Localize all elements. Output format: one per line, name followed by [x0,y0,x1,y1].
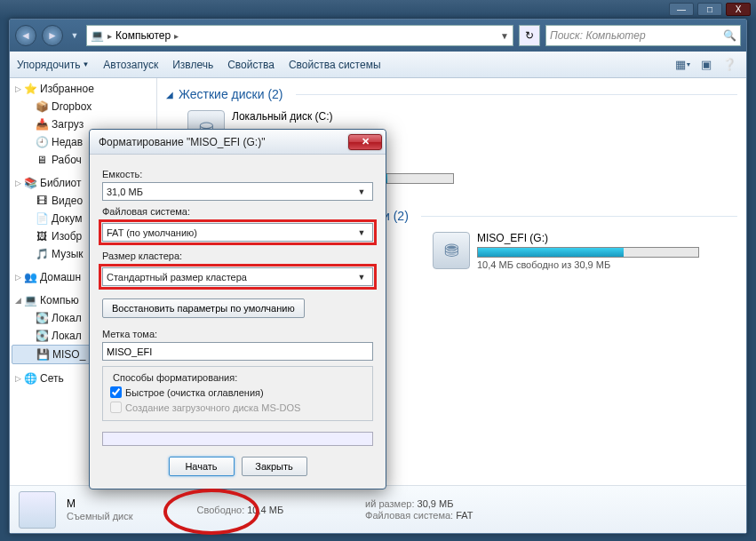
help-button[interactable]: ❔ [720,55,739,75]
sidebar-item-dropbox[interactable]: 📦Dropbox [10,98,156,115]
restore-defaults-button[interactable]: Восстановить параметры по умолчанию [102,298,305,318]
msdos-boot-checkbox: Создание загрузочного диска MS-DOS [110,402,365,413]
minimize-button[interactable]: — [669,3,694,16]
cluster-highlight: Стандартный размер кластера▼ [99,264,377,290]
details-drive-icon [19,491,56,529]
details-pane: M Съемный диск Свободно: 10,4 МБ ий разм… [10,485,746,533]
chevron-down-icon: ▼ [354,187,369,196]
chevron-down-icon: ▼ [354,273,369,282]
properties-button[interactable]: Свойства [227,59,275,71]
homegroup-icon: 👥 [24,271,37,283]
downloads-icon: 📥 [35,117,49,131]
music-icon: 🎵 [35,247,49,261]
capacity-label: Емкость: [102,169,373,179]
breadcrumb-dropdown[interactable]: ▼ [500,31,509,41]
breadcrumb-computer[interactable]: Компьютер [115,29,171,42]
section-hard-drives[interactable]: ◢Жесткие диски (2) [166,84,737,105]
details-fs-value: FAT [456,510,473,521]
drive-icon: 💽 [35,329,49,343]
history-dropdown[interactable]: ▼ [68,27,81,44]
computer-icon: 💻 [91,29,104,42]
view-menu[interactable]: ▦▼ [673,55,693,75]
recent-icon: 🕘 [35,135,49,149]
drive-c-label: Локальный диск (C:) [232,110,454,123]
details-fs-label: Файловая система: [365,510,453,521]
outer-titlebar: — □ X [0,0,756,19]
format-dialog: Форматирование "MISO_EFI (G:)" ✕ Емкость… [89,129,386,489]
volume-label-input[interactable] [102,342,373,361]
details-size-value: 30,9 МБ [418,498,454,509]
close-button[interactable]: X [726,3,751,16]
search-input[interactable]: Поиск: Компьютер 🔍 [545,25,741,46]
breadcrumb[interactable]: 💻 ▸ Компьютер ▸ ▼ [86,25,513,46]
format-options-group: Способы форматирования: Быстрое (очистка… [102,366,373,421]
library-icon: 📚 [24,177,37,189]
desktop-icon: 🖥 [35,153,49,167]
autoplay-button[interactable]: Автозапуск [103,59,158,71]
address-bar: ◄ ► ▼ 💻 ▸ Компьютер ▸ ▼ ↻ Поиск: Компьют… [10,20,746,52]
drive-g[interactable]: ⛃ MISO_EFI (G:) 10,4 МБ свободно из 30,9… [433,232,699,270]
details-free-value: 10,4 МБ [247,505,283,515]
format-progress-bar [102,432,373,446]
dropbox-icon: 📦 [35,99,49,114]
details-name: M [67,497,133,510]
forward-button[interactable]: ► [42,25,63,46]
details-size-label: ий размер: [365,498,414,509]
refresh-button[interactable]: ↻ [519,25,540,46]
system-properties-button[interactable]: Свойства системы [289,59,381,71]
back-button[interactable]: ◄ [15,25,36,46]
document-icon: 📄 [35,211,49,226]
star-icon: ⭐ [24,83,37,95]
drive-g-usage-bar [477,247,699,258]
section-removable[interactable]: и (2) [383,205,737,227]
filesystem-select[interactable]: FAT (по умолчанию)▼ [102,223,373,242]
details-type: Съемный диск [67,511,133,521]
start-button[interactable]: Начать [169,457,235,476]
preview-pane-button[interactable]: ▣ [696,55,716,75]
organize-menu[interactable]: Упорядочить▼ [17,59,89,71]
picture-icon: 🖼 [35,229,49,243]
dialog-close-button[interactable]: ✕ [348,134,382,150]
removable-icon: 💾 [36,347,50,362]
network-icon: 🌐 [24,372,37,385]
close-dialog-button[interactable]: Закрыть [242,457,307,476]
command-toolbar: Упорядочить▼ Автозапуск Извлечь Свойства… [10,52,746,78]
removable-icon: ⛃ [433,232,470,269]
computer-icon: 💻 [24,294,37,306]
search-icon: 🔍 [723,29,736,42]
drive-icon: 💽 [35,311,49,325]
drive-g-free: 10,4 МБ свободно из 30,9 МБ [477,259,699,270]
chevron-down-icon: ▼ [354,228,369,237]
search-placeholder: Поиск: Компьютер [550,29,646,42]
volume-label-label: Метка тома: [102,329,373,339]
filesystem-highlight: FAT (по умолчанию)▼ [99,219,377,245]
sidebar-favorites-header[interactable]: ▷⭐Избранное [10,80,156,98]
details-free-label: Свободно: [197,505,245,515]
quick-format-checkbox[interactable]: Быстрое (очистка оглавления) [110,386,365,398]
eject-button[interactable]: Извлечь [172,59,213,71]
filesystem-label: Файловая система: [102,206,373,217]
cluster-select[interactable]: Стандартный размер кластера▼ [102,267,373,286]
drive-g-label: MISO_EFI (G:) [477,232,699,244]
format-options-legend: Способы форматирования: [110,372,240,383]
capacity-select[interactable]: 31,0 МБ▼ [102,182,373,201]
dialog-titlebar[interactable]: Форматирование "MISO_EFI (G:)" ✕ [90,130,386,155]
video-icon: 🎞 [35,194,49,208]
dialog-title-text: Форматирование "MISO_EFI (G:)" [99,136,265,148]
cluster-label: Размер кластера: [102,251,373,261]
maximize-button[interactable]: □ [697,3,722,16]
